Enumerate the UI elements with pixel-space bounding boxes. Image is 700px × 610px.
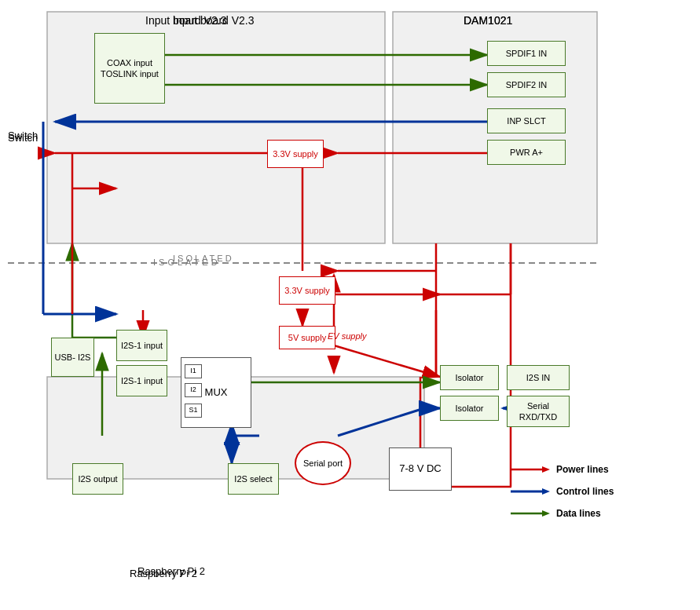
ev-supply-label: EV supply bbox=[328, 331, 367, 341]
isolated-title: ISOLATED bbox=[153, 258, 221, 267]
svg-line-18 bbox=[334, 345, 440, 377]
i2s-select-box: I2S select bbox=[228, 463, 279, 495]
isolator-top-box: Isolator bbox=[440, 365, 499, 390]
serial-port-box: Serial port bbox=[295, 441, 351, 485]
svg-marker-50 bbox=[542, 510, 550, 517]
usb-i2s-box: USB- I2S bbox=[51, 338, 94, 377]
inp-slct-box: INP SLCT bbox=[487, 108, 566, 133]
mux-box: MUX I1 I2 S1 bbox=[181, 357, 251, 428]
diagram-container: Input board V2.3 DAM1021 Switch Raspberr… bbox=[0, 0, 700, 610]
pwr-aplus-box: PWR A+ bbox=[487, 140, 566, 165]
svg-marker-48 bbox=[542, 488, 550, 495]
input-board-title: Input board V2.3 bbox=[145, 14, 227, 27]
legend-control-label: Control lines bbox=[556, 486, 614, 497]
i1-box: I1 bbox=[185, 364, 202, 378]
dam1021-title: DAM1021 bbox=[464, 14, 512, 27]
svg-marker-46 bbox=[542, 466, 550, 473]
dc-supply-box: 7-8 V DC bbox=[389, 447, 452, 491]
legend-power-label: Power lines bbox=[556, 464, 609, 475]
isolator-bot-box: Isolator bbox=[440, 396, 499, 421]
legend-control: Control lines bbox=[511, 485, 691, 498]
i2s1-input-bot-box: I2S-1 input bbox=[116, 365, 167, 396]
serial-rxd-txd-box: Serial RXD/TXD bbox=[507, 396, 570, 427]
i2-box: I2 bbox=[185, 383, 202, 397]
i2s1-input-top-box: I2S-1 input bbox=[116, 330, 167, 361]
spdif1-box: SPDIF1 IN bbox=[487, 41, 566, 66]
legend-area: Power lines Control lines Data lines bbox=[511, 463, 691, 557]
coax-toslink-box: COAX input TOSLINK input bbox=[94, 33, 165, 104]
legend-data-label: Data lines bbox=[556, 508, 601, 519]
s1-box: S1 bbox=[185, 404, 202, 418]
spdif2-box: SPDIF2 IN bbox=[487, 72, 566, 97]
supply-33v-mid-box: 3.3V supply bbox=[279, 276, 335, 305]
rpi-title: Raspberry Pi 2 bbox=[130, 568, 197, 579]
i2s-output-box: I2S output bbox=[72, 463, 123, 495]
legend-data: Data lines bbox=[511, 507, 691, 520]
switch-title: Switch bbox=[8, 132, 38, 144]
legend-power: Power lines bbox=[511, 463, 691, 476]
i2s-in-box: I2S IN bbox=[507, 365, 570, 390]
supply-33v-top-box: 3.3V supply bbox=[267, 140, 324, 168]
